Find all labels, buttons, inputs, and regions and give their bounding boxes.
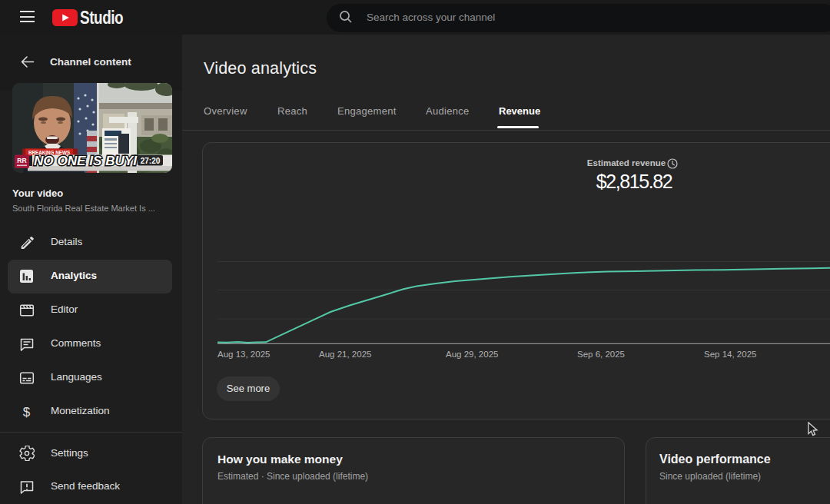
svg-text:RR: RR: [17, 157, 26, 164]
svg-text:NO ONE IS BUYI: NO ONE IS BUYI: [34, 154, 138, 167]
svg-text:27:20: 27:20: [141, 157, 161, 165]
svg-text:$: $: [23, 404, 31, 419]
